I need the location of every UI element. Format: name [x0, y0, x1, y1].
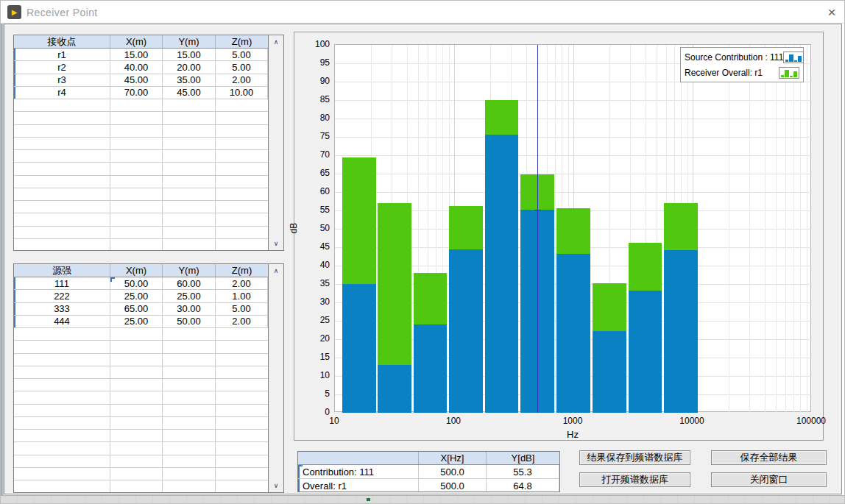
table-cell[interactable]: [216, 366, 268, 378]
table-cell[interactable]: r4: [14, 87, 110, 99]
table-cell[interactable]: [14, 227, 110, 238]
table-row[interactable]: [14, 239, 268, 250]
table-cell[interactable]: [110, 379, 163, 391]
table-cell[interactable]: [163, 112, 216, 124]
legend-item-contribution[interactable]: Source Contribution : 111: [685, 49, 799, 65]
table-cell[interactable]: [110, 227, 163, 238]
chart-cursor-line[interactable]: [537, 45, 538, 413]
table-cell[interactable]: 65.00: [110, 303, 163, 315]
table-cell[interactable]: [216, 201, 268, 213]
table-cell[interactable]: [216, 405, 268, 416]
table-row[interactable]: [14, 201, 268, 213]
table-cell[interactable]: [163, 405, 216, 416]
table-cell[interactable]: 2.00: [216, 316, 268, 327]
column-header[interactable]: 源强: [14, 264, 110, 277]
table-cell[interactable]: [216, 480, 268, 492]
table-cell[interactable]: 55.3: [487, 465, 559, 478]
table-cell[interactable]: [110, 391, 163, 403]
column-header[interactable]: Z(m): [216, 264, 268, 277]
chart-legend[interactable]: Source Contribution : 111 Receiver Overa…: [680, 47, 804, 82]
table-cell[interactable]: [14, 480, 110, 492]
table-cell[interactable]: [14, 391, 110, 403]
chart-cursor-marker[interactable]: [534, 210, 541, 210]
cursor-readout-table[interactable]: X[Hz]Y[dB]Contribution: 111500.055.3Over…: [297, 451, 560, 492]
table-cell[interactable]: [110, 366, 163, 378]
table-cell[interactable]: [14, 150, 110, 162]
table-cell[interactable]: Contribution: 111: [298, 465, 419, 478]
table-cell[interactable]: [110, 176, 163, 188]
table-cell[interactable]: 222: [14, 290, 110, 302]
table-row[interactable]: [14, 405, 268, 417]
table-cell[interactable]: 45.00: [163, 87, 216, 99]
table-cell[interactable]: 64.8: [487, 479, 559, 491]
table-cell[interactable]: [110, 188, 163, 200]
table-row[interactable]: [14, 125, 268, 138]
table-cell[interactable]: [163, 239, 216, 250]
table-cell[interactable]: [110, 239, 163, 250]
column-header[interactable]: 接收点: [14, 35, 110, 48]
table-cell[interactable]: 5.00: [216, 303, 268, 315]
table-row[interactable]: [14, 176, 268, 188]
table-cell[interactable]: 500.0: [419, 479, 487, 491]
table-cell[interactable]: [110, 417, 163, 429]
table-cell[interactable]: [216, 341, 268, 352]
table-cell[interactable]: [14, 455, 110, 467]
table-cell[interactable]: [216, 188, 268, 200]
table-row[interactable]: [14, 417, 268, 430]
table-cell[interactable]: [216, 239, 268, 250]
column-header[interactable]: Y[dB]: [487, 452, 559, 464]
spectrum-chart[interactable]: 0510152025303540455055606570758085909510…: [294, 32, 824, 441]
table-row[interactable]: 11150.0060.002.00: [14, 277, 268, 290]
table-cell[interactable]: [163, 138, 216, 149]
table-cell[interactable]: [110, 341, 163, 352]
table-cell[interactable]: [110, 455, 163, 467]
save-to-spectrum-db-button[interactable]: 结果保存到频谱数据库: [579, 450, 690, 465]
table-cell[interactable]: 40.00: [110, 61, 163, 73]
table-cell[interactable]: r3: [14, 74, 110, 86]
table-cell[interactable]: [110, 125, 163, 137]
table-cell[interactable]: [216, 227, 268, 238]
table-cell[interactable]: [163, 213, 216, 225]
close-icon[interactable]: ×: [822, 3, 841, 22]
table-cell[interactable]: 20.00: [163, 61, 216, 73]
table-cell[interactable]: 35.00: [163, 74, 216, 86]
table-cell[interactable]: 333: [14, 303, 110, 315]
table-row[interactable]: [14, 379, 268, 391]
column-header[interactable]: X(m): [110, 264, 163, 277]
table-cell[interactable]: 111: [14, 277, 110, 289]
table-cell[interactable]: [216, 138, 268, 149]
table-cell[interactable]: [110, 138, 163, 149]
table-cell[interactable]: [163, 379, 216, 391]
table-row[interactable]: [14, 391, 268, 404]
table-cell[interactable]: [14, 213, 110, 225]
table-cell[interactable]: [216, 150, 268, 162]
table-cell[interactable]: 25.00: [110, 316, 163, 327]
column-header[interactable]: X(m): [110, 35, 163, 48]
table-cell[interactable]: [163, 430, 216, 441]
table-cell[interactable]: 5.00: [216, 61, 268, 73]
table-cell[interactable]: [110, 150, 163, 162]
table-row[interactable]: [14, 188, 268, 201]
table-cell[interactable]: [163, 163, 216, 174]
table-cell[interactable]: [110, 201, 163, 213]
table-cell[interactable]: [163, 328, 216, 340]
table-cell[interactable]: 30.00: [163, 303, 216, 315]
table-cell[interactable]: 15.00: [163, 49, 216, 60]
table-row[interactable]: [14, 328, 268, 341]
table-row[interactable]: [14, 366, 268, 379]
table-cell[interactable]: [216, 379, 268, 391]
table-cell[interactable]: [110, 405, 163, 416]
table-cell[interactable]: [14, 163, 110, 174]
table-cell[interactable]: 50.00: [110, 277, 163, 289]
table-row[interactable]: [14, 99, 268, 112]
source-strength-table[interactable]: 源强X(m)Y(m)Z(m)11150.0060.002.0022225.002…: [13, 263, 284, 493]
chart-plot-area[interactable]: [334, 44, 811, 412]
table-cell[interactable]: r2: [14, 61, 110, 73]
table-cell[interactable]: [14, 366, 110, 378]
table-cell[interactable]: 70.00: [110, 87, 163, 99]
table-cell[interactable]: [163, 188, 216, 200]
table-cell[interactable]: 1.00: [216, 290, 268, 302]
table-cell[interactable]: [216, 125, 268, 137]
table-cell[interactable]: 45.00: [110, 74, 163, 86]
table-cell[interactable]: [14, 442, 110, 454]
